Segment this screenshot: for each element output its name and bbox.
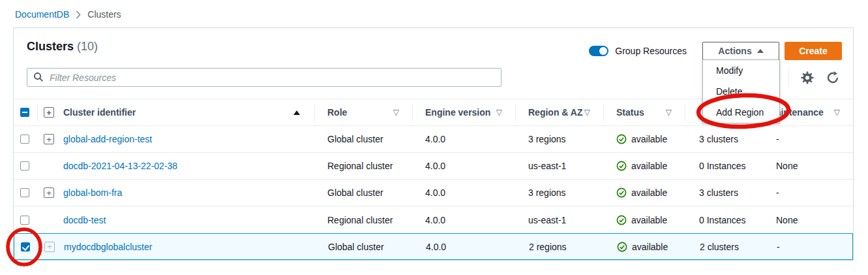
region-az-cell: us-east-1 bbox=[515, 153, 603, 179]
filter-icon[interactable]: ▽ bbox=[666, 108, 672, 117]
row-checkbox[interactable] bbox=[20, 161, 29, 170]
settings-button[interactable] bbox=[800, 71, 815, 85]
row-checkbox[interactable] bbox=[20, 188, 29, 197]
cluster-link[interactable]: global-add-region-test bbox=[63, 134, 152, 144]
actions-menu: Modify Delete Add Region bbox=[702, 59, 780, 123]
breadcrumb: DocumentDB Clusters bbox=[15, 9, 121, 20]
menu-item-modify[interactable]: Modify bbox=[703, 60, 779, 81]
status-available-icon bbox=[616, 134, 627, 144]
engine-version-cell: 4.0.0 bbox=[412, 180, 515, 206]
table-row[interactable]: global-bom-fra Global cluster 4.0.0 3 re… bbox=[14, 180, 853, 206]
status-available-icon bbox=[616, 161, 627, 171]
column-header-role[interactable]: Role ▽ bbox=[314, 99, 412, 125]
caret-up-icon bbox=[757, 49, 764, 53]
status-available-icon bbox=[617, 242, 627, 252]
refresh-icon bbox=[826, 71, 839, 84]
row-checkbox[interactable] bbox=[20, 216, 29, 225]
group-resources-label: Group Resources bbox=[615, 46, 687, 56]
column-header-region-az[interactable]: Region & AZ ▽ bbox=[515, 99, 603, 125]
engine-version-cell: 4.0.0 bbox=[412, 206, 515, 233]
size-cell: 3 clusters bbox=[685, 126, 763, 152]
status-cell: available bbox=[603, 180, 685, 206]
create-button-label: Create bbox=[799, 46, 828, 56]
breadcrumb-chevron-icon bbox=[76, 10, 81, 19]
status-badge: available bbox=[631, 161, 667, 171]
column-header-engine-version[interactable]: Engine version ▽ bbox=[412, 99, 515, 125]
size-cell: 3 clusters bbox=[685, 180, 763, 206]
size-cell: 2 clusters bbox=[685, 234, 764, 259]
maintenance-cell: - bbox=[763, 180, 853, 206]
table-row-selected[interactable]: mydocdbglobalcluster Global cluster 4.0.… bbox=[14, 233, 853, 260]
filter-input[interactable] bbox=[27, 68, 501, 87]
expand-row-icon[interactable] bbox=[44, 187, 54, 198]
select-all-checkbox[interactable] bbox=[20, 108, 29, 117]
status-badge: available bbox=[631, 187, 667, 198]
menu-item-delete[interactable]: Delete bbox=[703, 81, 779, 102]
filter-icon[interactable]: ▽ bbox=[834, 108, 840, 117]
region-az-cell: 3 regions bbox=[515, 126, 603, 152]
role-cell: Regional cluster bbox=[314, 153, 412, 179]
toggle-knob-icon bbox=[599, 47, 607, 55]
column-header-cluster-identifier[interactable]: Cluster identifier bbox=[57, 99, 314, 125]
engine-version-cell: 4.0.0 bbox=[413, 234, 516, 259]
role-cell: Global cluster bbox=[314, 126, 412, 152]
status-badge: available bbox=[631, 215, 667, 225]
page-title: Clusters (10) bbox=[27, 40, 98, 54]
breadcrumb-current: Clusters bbox=[87, 9, 121, 20]
status-cell: available bbox=[603, 153, 685, 179]
gear-icon bbox=[801, 71, 814, 84]
role-cell: Regional cluster bbox=[314, 206, 412, 233]
maintenance-cell: - bbox=[763, 126, 853, 152]
cluster-count: (10) bbox=[77, 40, 98, 53]
actions-button[interactable]: Actions bbox=[702, 42, 779, 60]
region-az-cell: us-east-1 bbox=[515, 206, 603, 233]
row-checkbox[interactable] bbox=[21, 242, 30, 251]
page-title-text: Clusters bbox=[27, 40, 74, 53]
table-row[interactable]: docdb-test Regional cluster 4.0.0 us-eas… bbox=[14, 206, 853, 233]
status-available-icon bbox=[616, 187, 627, 198]
maintenance-cell: None bbox=[763, 153, 853, 179]
table-row[interactable]: global-add-region-test Global cluster 4.… bbox=[14, 126, 853, 153]
search-icon bbox=[33, 72, 44, 82]
status-badge: available bbox=[632, 242, 668, 252]
divider bbox=[788, 69, 789, 87]
actions-button-label: Actions bbox=[718, 46, 751, 56]
size-cell: 0 Instances bbox=[685, 206, 763, 233]
sort-ascending-icon bbox=[293, 110, 300, 115]
status-available-icon bbox=[616, 215, 627, 225]
breadcrumb-link-documentdb[interactable]: DocumentDB bbox=[15, 9, 69, 20]
filter-icon[interactable]: ▽ bbox=[584, 108, 590, 117]
row-checkbox[interactable] bbox=[20, 135, 29, 144]
filter-icon[interactable]: ▽ bbox=[496, 108, 502, 117]
region-az-cell: 2 regions bbox=[516, 234, 604, 259]
engine-version-cell: 4.0.0 bbox=[412, 153, 515, 179]
region-az-cell: 3 regions bbox=[515, 180, 603, 206]
size-cell: 0 Instances bbox=[685, 153, 763, 179]
status-cell: available bbox=[604, 234, 685, 259]
status-cell: available bbox=[603, 126, 685, 152]
expand-row-icon[interactable] bbox=[44, 134, 54, 144]
cluster-link[interactable]: docdb-test bbox=[63, 215, 106, 225]
role-cell: Global cluster bbox=[315, 234, 413, 259]
role-cell: Global cluster bbox=[314, 180, 412, 206]
cluster-link[interactable]: docdb-2021-04-13-22-02-38 bbox=[63, 161, 177, 171]
status-badge: available bbox=[631, 134, 667, 144]
column-header-status[interactable]: Status ▽ bbox=[603, 99, 685, 125]
maintenance-cell: None bbox=[763, 206, 853, 233]
table-row[interactable]: docdb-2021-04-13-22-02-38 Regional clust… bbox=[14, 153, 853, 180]
create-button[interactable]: Create bbox=[785, 42, 842, 60]
refresh-button[interactable] bbox=[826, 71, 840, 85]
expand-row-icon[interactable] bbox=[44, 242, 55, 252]
maintenance-cell: - bbox=[764, 234, 852, 259]
cluster-link[interactable]: mydocdbglobalcluster bbox=[64, 242, 152, 252]
cluster-link[interactable]: global-bom-fra bbox=[63, 187, 122, 198]
engine-version-cell: 4.0.0 bbox=[412, 126, 515, 152]
status-cell: available bbox=[603, 206, 685, 233]
filter-icon[interactable]: ▽ bbox=[393, 108, 399, 117]
group-resources-toggle[interactable] bbox=[589, 46, 608, 56]
expand-all-icon[interactable] bbox=[44, 107, 54, 118]
menu-item-add-region[interactable]: Add Region bbox=[703, 102, 779, 123]
